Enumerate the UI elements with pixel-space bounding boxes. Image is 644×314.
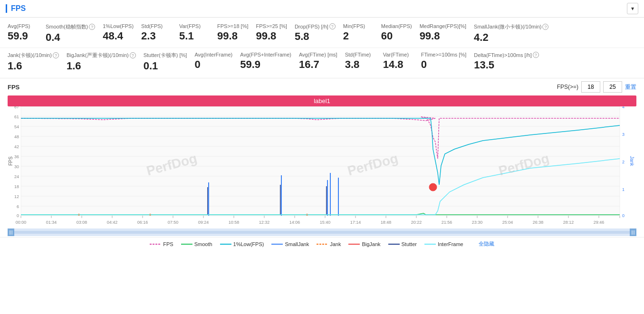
legend-item-bigjank[interactable]: BigJank: [348, 241, 380, 247]
metric-value-r2-8: 0: [421, 58, 427, 71]
legend-item-smooth[interactable]: Smooth: [181, 241, 212, 247]
metric-item-r2-5: Avg(FTime) [ms]16.7: [299, 50, 345, 74]
metric-value-r2-6: 3.8: [345, 58, 360, 71]
scrollbar-right-handle[interactable]: |||: [630, 228, 636, 236]
svg-text:25:04: 25:04: [502, 220, 513, 225]
help-icon-11[interactable]: ?: [542, 24, 548, 30]
svg-rect-42: [280, 185, 281, 215]
scrollbar-left-handle[interactable]: |||: [8, 228, 14, 236]
svg-text:00:00: 00:00: [16, 220, 27, 225]
metric-item-r2-8: FTime>=100ms [%]0: [421, 50, 474, 74]
svg-text:0: 0: [17, 213, 19, 218]
metric-item-10: MedRange(FPS)[%]99.8: [420, 21, 474, 46]
metric-value-11: 4.2: [474, 31, 489, 44]
svg-rect-36: [338, 178, 339, 216]
chart-svg: 67 61 54 48 42 36 30 24 18 12 6 0 4 3 2 …: [8, 106, 636, 228]
legend-item-interframe[interactable]: InterFrame: [424, 241, 463, 247]
metric-label-0: Avg(FPS): [8, 23, 30, 29]
help-icon-7[interactable]: ?: [329, 23, 336, 29]
metric-label-r2-5: Avg(FTime) [ms]: [299, 52, 337, 57]
metric-value-0: 59.9: [8, 30, 28, 42]
scrollbar[interactable]: ||| |||: [8, 228, 636, 236]
fps-gte-label: FPS(>=): [557, 84, 578, 90]
legend-label-interframe: InterFrame: [438, 241, 463, 247]
svg-text:FPS: FPS: [8, 156, 13, 166]
metric-value-10: 99.8: [420, 30, 440, 42]
svg-rect-0: [21, 106, 620, 216]
metric-label-r2-1: BigJank(严重卡顿)(/10min)?: [67, 52, 136, 59]
metric-label-r2-8: FTime>=100ms [%]: [421, 52, 467, 57]
metric-item-3: Std(FPS)2.3: [141, 21, 179, 46]
metric-item-r2-3: Avg(InterFrame)0: [194, 50, 240, 74]
svg-text:Jank: Jank: [629, 156, 634, 166]
legend-item-fps[interactable]: FPS: [150, 241, 173, 247]
metric-item-5: FPS>=18 [%]99.8: [217, 21, 256, 46]
metric-item-r2-6: Std(FTime)3.8: [345, 50, 383, 74]
svg-text:18:48: 18:48: [381, 220, 392, 225]
svg-rect-34: [327, 180, 328, 216]
svg-text:0: 0: [622, 213, 625, 218]
metric-value-r2-0: 1.6: [8, 60, 22, 72]
help-icon-r2-0[interactable]: ?: [53, 52, 59, 58]
svg-text:17:14: 17:14: [350, 220, 361, 225]
metric-item-4: Var(FPS)5.1: [179, 21, 217, 46]
chart-title: FPS: [8, 84, 19, 91]
svg-text:06:16: 06:16: [137, 220, 148, 225]
svg-text:09:24: 09:24: [198, 220, 209, 225]
metrics-row-1: Avg(FPS)59.9Smooth(稳帧指数)?0.41%Low(FPS)48…: [0, 18, 644, 48]
svg-text:24: 24: [14, 174, 19, 179]
legend-item-smalljank[interactable]: SmallJank: [271, 241, 309, 247]
fps-val1-input[interactable]: [581, 81, 600, 93]
metric-label-r2-9: Delta(FTime)>100ms [/h]?: [474, 52, 539, 58]
metric-value-r2-9: 13.5: [474, 59, 494, 71]
svg-rect-32: [208, 182, 209, 216]
svg-text:10:58: 10:58: [229, 220, 240, 225]
metric-label-r2-0: Jank(卡顿)(/10min)?: [8, 52, 59, 59]
svg-text:20:22: 20:22: [411, 220, 422, 225]
metric-value-r2-3: 0: [194, 58, 200, 71]
reset-button[interactable]: 重置: [625, 83, 636, 91]
svg-text:29:46: 29:46: [594, 220, 605, 225]
svg-text:54: 54: [14, 124, 19, 129]
help-icon-r2-9[interactable]: ?: [533, 52, 539, 58]
chart-area: PerfDog PerfDog PerfDog 67 61 54 48 42 3…: [8, 106, 636, 228]
svg-text:04:42: 04:42: [107, 220, 118, 225]
metric-item-11: SmallJank(微小卡顿)(/10min)?4.2: [474, 21, 556, 46]
label-bar: label1: [8, 95, 636, 106]
dropdown-button[interactable]: ▾: [627, 3, 638, 14]
metric-item-1: Smooth(稳帧指数)?0.4: [46, 21, 103, 46]
fps-controls: FPS(>=) 重置: [557, 81, 636, 93]
svg-text:03:08: 03:08: [77, 220, 87, 225]
legend-item-stutter[interactable]: Stutter: [388, 241, 417, 247]
legend-label-1pctlow: 1%Low(FPS): [233, 241, 264, 247]
svg-text:21:56: 21:56: [442, 220, 452, 225]
metric-value-r2-5: 16.7: [299, 58, 319, 71]
metric-item-r2-9: Delta(FTime)>100ms [/h]?13.5: [474, 50, 547, 74]
svg-text:1: 1: [622, 187, 625, 192]
metric-value-8: 2: [343, 30, 349, 42]
metric-label-r2-4: Avg(FPS+InterFrame): [240, 52, 291, 57]
legend-item-1pctlow[interactable]: 1%Low(FPS): [220, 241, 264, 247]
svg-text:23:30: 23:30: [472, 220, 483, 225]
legend-label-jank: Jank: [330, 241, 341, 247]
metric-label-3: Std(FPS): [141, 23, 163, 29]
svg-text:36: 36: [14, 154, 19, 159]
metric-label-4: Var(FPS): [179, 23, 201, 29]
svg-text:07:50: 07:50: [168, 220, 179, 225]
chart-header: FPS FPS(>=) 重置: [0, 78, 644, 95]
help-icon-1[interactable]: ?: [89, 24, 95, 30]
metric-value-7: 5.8: [295, 30, 309, 43]
metric-item-r2-7: Var(FTime)14.8: [383, 50, 421, 74]
fps-val2-input[interactable]: [603, 81, 622, 93]
metric-value-6: 99.8: [256, 30, 276, 42]
metric-label-10: MedRange(FPS)[%]: [420, 23, 466, 29]
hide-all-button[interactable]: 全隐藏: [479, 240, 494, 247]
svg-text:12: 12: [14, 194, 19, 199]
legend-label-fps: FPS: [163, 241, 173, 247]
svg-text:2: 2: [622, 160, 625, 164]
metric-label-9: Median(FPS): [381, 23, 412, 29]
legend-item-jank[interactable]: Jank: [317, 241, 341, 247]
metric-item-8: Min(FPS)2: [343, 21, 381, 46]
help-icon-r2-1[interactable]: ?: [130, 52, 136, 58]
metric-item-6: FPS>=25 [%]99.8: [256, 21, 294, 46]
